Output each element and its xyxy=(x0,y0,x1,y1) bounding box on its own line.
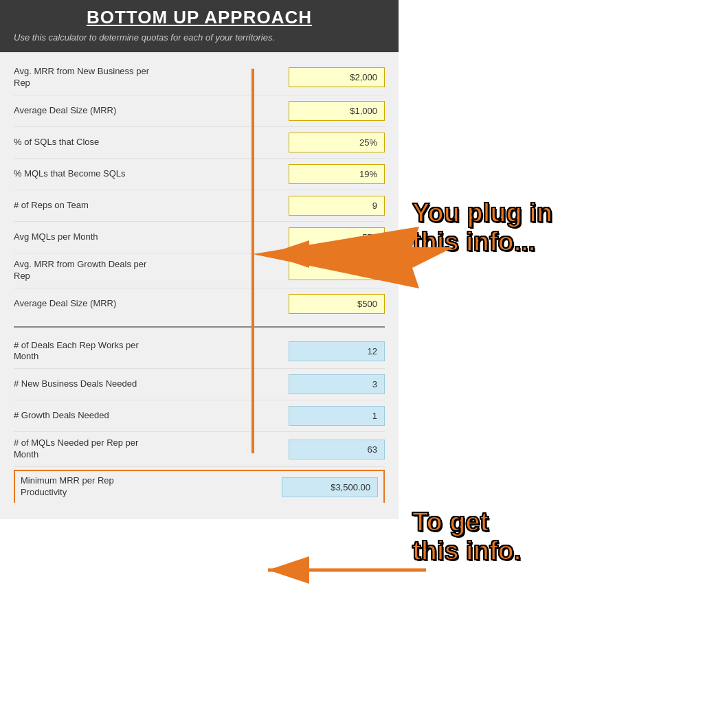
output-label-3: # of MQLs Needed per Rep per Month xyxy=(14,437,151,461)
input-label-1: Average Deal Size (MRR) xyxy=(14,105,151,117)
input-section: Avg. MRR from New Business per Rep Avera… xyxy=(14,60,385,319)
input-row-1: Average Deal Size (MRR) xyxy=(14,95,385,127)
output-label-0: # of Deals Each Rep Works per Month xyxy=(14,340,151,363)
input-field-1[interactable] xyxy=(289,101,385,121)
get-info-annotation: To getthis info. xyxy=(412,508,653,566)
output-row-1: # New Business Deals Needed xyxy=(14,369,385,400)
calculator-body: Avg. MRR from New Business per Rep Avera… xyxy=(0,52,399,519)
input-field-4[interactable] xyxy=(289,196,385,216)
output-section: # of Deals Each Rep Works per Month # Ne… xyxy=(14,334,385,503)
output-row-3: # of MQLs Needed per Rep per Month xyxy=(14,432,385,467)
get-info-text: To getthis info. xyxy=(412,508,653,566)
input-label-7: Average Deal Size (MRR) xyxy=(14,298,151,310)
output-label-2: # Growth Deals Needed xyxy=(14,410,151,422)
input-field-2[interactable] xyxy=(289,133,385,152)
input-label-0: Avg. MRR from New Business per Rep xyxy=(14,66,151,89)
input-field-3[interactable] xyxy=(289,164,385,184)
header-subtitle: Use this calculator to determine quotas … xyxy=(14,32,385,43)
input-field-5[interactable] xyxy=(289,227,385,247)
input-row-4: # of Reps on Team xyxy=(14,190,385,222)
output-field-2 xyxy=(289,406,385,426)
input-field-7[interactable] xyxy=(289,294,385,314)
input-field-0[interactable] xyxy=(289,67,385,87)
output-label-4: Minimum MRR per Rep Productivity xyxy=(21,475,158,499)
section-divider xyxy=(14,326,385,328)
output-field-4 xyxy=(282,477,378,497)
output-label-1: # New Business Deals Needed xyxy=(14,378,151,390)
output-field-3 xyxy=(289,440,385,459)
input-row-7: Average Deal Size (MRR) xyxy=(14,288,385,319)
page-title: BOTTOM UP APPROACH xyxy=(14,7,385,28)
input-row-2: % of SQLs that Close xyxy=(14,127,385,159)
input-label-6: Avg. MRR from Growth Deals per Rep xyxy=(14,259,151,282)
input-row-6: Avg. MRR from Growth Deals per Rep xyxy=(14,253,385,288)
output-row-4: Minimum MRR per Rep Productivity xyxy=(14,470,385,503)
input-label-2: % of SQLs that Close xyxy=(14,137,151,148)
output-row-2: # Growth Deals Needed xyxy=(14,400,385,432)
input-field-6[interactable] xyxy=(289,260,385,280)
output-field-1 xyxy=(289,374,385,394)
input-row-0: Avg. MRR from New Business per Rep xyxy=(14,60,385,95)
input-label-5: Avg MQLs per Month xyxy=(14,231,151,243)
input-label-4: # of Reps on Team xyxy=(14,200,151,212)
plug-in-annotation: You plug inthis info... xyxy=(412,199,653,257)
output-row-0: # of Deals Each Rep Works per Month xyxy=(14,334,385,369)
calculator-container: BOTTOM UP APPROACH Use this calculator t… xyxy=(0,0,399,519)
input-label-3: % MQLs that Become SQLs xyxy=(14,168,151,180)
plug-in-text: You plug inthis info... xyxy=(412,199,653,257)
output-field-0 xyxy=(289,341,385,361)
input-row-5: Avg MQLs per Month xyxy=(14,222,385,253)
header: BOTTOM UP APPROACH Use this calculator t… xyxy=(0,0,399,52)
input-row-3: % MQLs that Become SQLs xyxy=(14,159,385,190)
